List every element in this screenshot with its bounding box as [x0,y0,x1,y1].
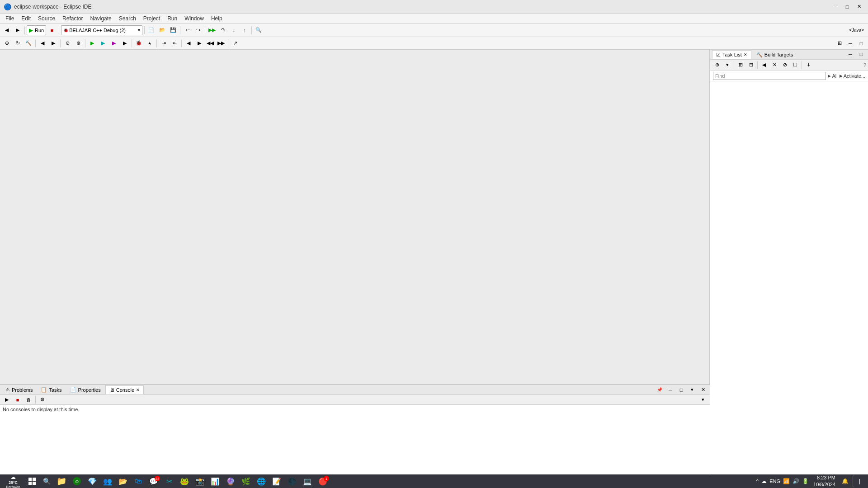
start-button[interactable] [25,475,39,488]
tab-problems[interactable]: ⚠ Problems [2,385,36,394]
tasklist-nav1[interactable]: ◀ [759,60,769,70]
console-settings-button[interactable]: ⚙ [38,395,47,405]
undo-button[interactable]: ↩ [182,25,192,35]
stop-button[interactable]: ■ [47,25,57,35]
tb2-nav3[interactable]: ◀◀ [205,38,215,48]
find-filter-all[interactable]: ▶ All [828,73,837,79]
tasklist-filter[interactable]: ⊞ [736,60,745,70]
tasklist-filter2[interactable]: ⊟ [746,60,756,70]
redo-button[interactable]: ↪ [193,25,203,35]
tray-speaker[interactable]: 🔊 [793,478,799,484]
tb2-run1[interactable]: ▶ [87,38,97,48]
tb2-nav4[interactable]: ▶▶ [216,38,226,48]
tb2-run2[interactable]: ▶ [98,38,108,48]
new-file-button[interactable]: 📄 [146,25,156,35]
console-close-icon[interactable]: ✕ [136,388,140,392]
task-list-close-icon[interactable]: ✕ [744,52,747,57]
taskbar-teams-personal[interactable]: 💎 [85,475,99,488]
tasklist-collapse[interactable]: ↧ [803,60,813,70]
tray-battery[interactable]: 🔋 [802,478,809,484]
run-dropdown[interactable]: ▶ Run [27,25,46,35]
menu-window[interactable]: Window [181,14,208,23]
taskbar-instagram[interactable]: 📸 [193,475,207,488]
tb2-btn7[interactable]: ⊛ [73,38,83,48]
tb2-extra2[interactable]: ⇤ [170,38,179,48]
tb2-maximize[interactable]: □ [856,38,866,48]
taskbar-dark-app[interactable]: 🌑 [285,475,299,488]
taskbar-chrome[interactable]: 🔴 1 [316,475,330,488]
right-panel-minimize[interactable]: ─ [845,50,855,59]
help-icon[interactable]: ? [863,62,866,68]
console-minimize-button[interactable]: ─ [665,385,675,395]
right-panel-maximize[interactable]: □ [856,50,866,59]
java-perspective[interactable]: <Java> [847,25,866,35]
debug-button[interactable]: ▶▶ [207,25,217,35]
taskbar-cyberlink[interactable]: 🐸 [177,475,192,488]
menu-run[interactable]: Run [164,14,181,23]
console-view-menu[interactable]: ▾ [687,385,697,395]
tb2-debug2[interactable]: ★ [145,38,155,48]
weather-widget[interactable]: ☁ 29°C Berawan [2,475,24,488]
tb2-minimize[interactable]: ─ [845,38,855,48]
taskbar-vscode[interactable]: 💻 [300,475,315,488]
console-pin-button[interactable]: 📌 [655,385,665,395]
tasklist-refresh[interactable]: ☐ [790,60,800,70]
tb2-debug1[interactable]: 🐞 [134,38,144,48]
step-over-button[interactable]: ↷ [218,25,228,35]
tb2-nav2[interactable]: ▶ [194,38,204,48]
tb2-btn1[interactable]: ⊕ [2,38,12,48]
step-into-button[interactable]: ↓ [229,25,239,35]
taskbar-search-button[interactable]: 🔍 [40,475,53,488]
console-clear-button[interactable]: 🗑 [24,395,33,405]
find-filter-activate[interactable]: ▶ Activate... [840,73,865,79]
menu-edit[interactable]: Edit [18,14,34,23]
tab-tasks[interactable]: 📋 Tasks [37,385,65,394]
taskbar-browser2[interactable]: 🌿 [239,475,253,488]
taskbar-clipchamp[interactable]: ✂ [162,475,176,488]
console-open-button[interactable]: ▶ [2,395,12,405]
run-config-dropdown[interactable]: 🐞 BELAJAR C++ Debug (2) ▾ [61,25,142,35]
tb2-run3[interactable]: ▶ [109,38,119,48]
tb2-btn6[interactable]: ⊙ [62,38,72,48]
tab-properties[interactable]: 📄 Properties [66,385,104,394]
tb2-btn4[interactable]: ◀ [38,38,47,48]
open-file-button[interactable]: 📂 [157,25,167,35]
tb2-btn5[interactable]: ▶ [48,38,58,48]
taskbar-ms-teams[interactable]: 👥 [100,475,115,488]
system-clock[interactable]: 8:23 PM 10/8/2024 [811,474,837,488]
step-out-button[interactable]: ↑ [240,25,250,35]
tray-expand[interactable]: ^ [756,478,759,484]
tb2-btn3[interactable]: 🔨 [24,38,33,48]
taskbar-store[interactable]: 🛍 [131,475,146,488]
taskbar-sticky-notes[interactable]: 📝 [269,475,284,488]
maximize-button[interactable]: □ [842,2,853,11]
tab-build-targets[interactable]: 🔨 Build Targets [752,50,797,59]
console-close-button[interactable]: ✕ [698,385,708,395]
taskbar-file-explorer[interactable]: 📁 [54,475,69,488]
console-stop-button[interactable]: ■ [13,395,23,405]
tasklist-nav3[interactable]: ⊘ [780,60,790,70]
tasklist-nav2[interactable]: ✕ [769,60,779,70]
menu-refactor[interactable]: Refactor [59,14,86,23]
menu-help[interactable]: Help [208,14,226,23]
tb2-share[interactable]: ↗ [230,38,240,48]
menu-file[interactable]: File [2,14,18,23]
tasklist-dropdown[interactable]: ▾ [722,60,732,70]
tb2-perspectives[interactable]: ⊞ [835,38,844,48]
back-button[interactable]: ◀ [2,25,12,35]
minimize-button[interactable]: ─ [830,2,841,11]
taskbar-xbox[interactable]: ⊙ [70,475,84,488]
menu-project[interactable]: Project [140,14,164,23]
forward-button[interactable]: ▶ [13,25,23,35]
menu-source[interactable]: Source [34,14,59,23]
tray-cloud[interactable]: ☁ [761,478,767,484]
tray-wifi[interactable]: 📶 [783,478,790,484]
tab-task-list[interactable]: ☑ Task List ✕ [712,50,751,59]
tb2-run4[interactable]: ▶ [120,38,130,48]
notification-button[interactable]: 🔔 [838,475,852,488]
taskbar-planner[interactable]: 📊 [208,475,222,488]
taskbar-app9[interactable]: 🔮 [223,475,238,488]
find-input[interactable] [713,72,826,80]
tasklist-new[interactable]: ⊕ [712,60,722,70]
console-maximize-button[interactable]: □ [676,385,686,395]
